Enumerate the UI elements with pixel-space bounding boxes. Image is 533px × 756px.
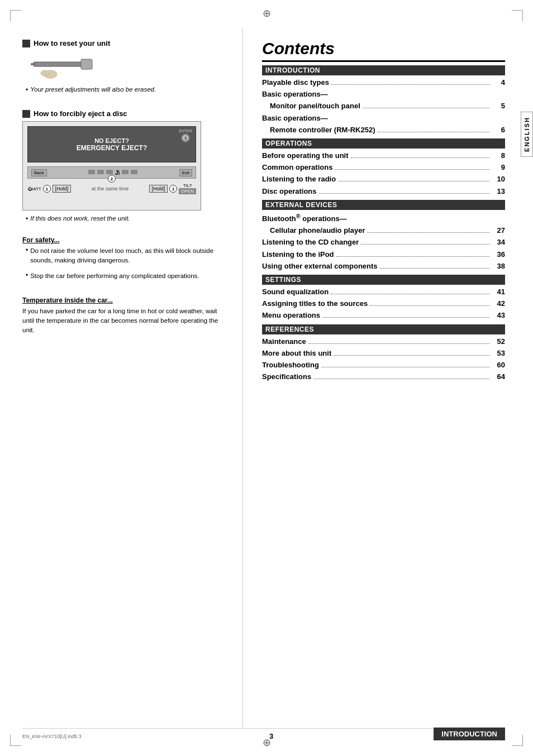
toc-entry: Maintenance52 bbox=[262, 337, 505, 347]
toc-page-number: 43 bbox=[492, 310, 505, 320]
toc-dots bbox=[367, 232, 489, 233]
toc-dots bbox=[308, 343, 489, 344]
eject-section: How to forcibly eject a disc NO EJECT? E… bbox=[22, 109, 229, 226]
toc-page-number: 64 bbox=[492, 372, 505, 382]
toc-entry: Sound equalization41 bbox=[262, 287, 505, 297]
toc-container: INTRODUCTIONPlayable disc types4Basic op… bbox=[262, 65, 505, 382]
toc-dots bbox=[321, 367, 489, 367]
toc-page-number: 52 bbox=[492, 337, 505, 347]
toc-entry: Assigning titles to the sources42 bbox=[262, 299, 505, 309]
toc-section-header-external_devices: EXTERNAL DEVICES bbox=[262, 200, 505, 210]
svg-point-9 bbox=[41, 70, 49, 76]
main-content: How to reset your unit bbox=[22, 28, 505, 728]
page-number: 3 bbox=[82, 732, 461, 740]
toc-dots bbox=[322, 317, 489, 318]
toc-entry-title: Basic operations— bbox=[262, 89, 328, 99]
safety-bullet-1: Do not raise the volume level too much, … bbox=[26, 246, 229, 268]
safety-section: For safety... Do not raise the volume le… bbox=[22, 236, 229, 286]
toc-entry: Troubleshooting60 bbox=[262, 360, 505, 370]
right-hold: [Hold] 1 TILT OPEN bbox=[149, 183, 196, 194]
toc-entry-title: Listening to the CD changer bbox=[262, 237, 359, 247]
reset-bullet-text: Your preset adjustments will also be era… bbox=[30, 86, 156, 94]
toc-entry-title: Maintenance bbox=[262, 337, 306, 347]
safety-bullet-2-text: Stop the car before performing any compl… bbox=[30, 271, 199, 281]
toc-entry: Bluetooth® operations— bbox=[262, 212, 505, 224]
circle-2: 2 bbox=[108, 175, 116, 183]
file-info: EN_KW-AVX710[U].indb 3 bbox=[22, 734, 82, 739]
toc-entry-title: Sound equalization bbox=[262, 287, 329, 297]
svg-rect-2 bbox=[31, 63, 35, 65]
toc-dots bbox=[319, 193, 489, 194]
toc-entry: Listening to the radio10 bbox=[262, 174, 505, 184]
toc-entry-title: Listening to the radio bbox=[262, 174, 336, 184]
circle-1b: 1 bbox=[169, 185, 177, 193]
enter-circle-3: 3 bbox=[182, 135, 189, 141]
toc-entry: Playable disc types4 bbox=[262, 78, 505, 88]
left-column: How to reset your unit bbox=[22, 28, 229, 728]
reset-tool-svg bbox=[28, 51, 101, 82]
toc-entry-title: Disc operations bbox=[262, 186, 317, 197]
toc-dots bbox=[334, 355, 489, 356]
toc-section-header-introduction: INTRODUCTION bbox=[262, 65, 505, 75]
temp-heading: Temperature inside the car... bbox=[22, 296, 229, 304]
power-att-label: ⏻/ATT bbox=[27, 186, 41, 192]
tilt-open-button: TILT OPEN bbox=[179, 183, 196, 194]
toc-section-header-settings: SETTINGS bbox=[262, 275, 505, 285]
toc-dots bbox=[336, 256, 489, 257]
toc-entry: Listening to the CD changer34 bbox=[262, 237, 505, 247]
toc-page-number: 27 bbox=[492, 226, 505, 236]
reset-icon bbox=[22, 40, 30, 47]
toc-entry: Cellular phone/audio player27 bbox=[262, 226, 505, 236]
device-screen: NO EJECT? EMERGENCY EJECT? ENTER 3 bbox=[27, 126, 196, 162]
toc-dots bbox=[378, 132, 489, 132]
corner-mark-bl bbox=[10, 735, 21, 746]
safety-bullet-2: Stop the car before performing any compl… bbox=[26, 271, 229, 283]
bottom-controls: ⏻/ATT 1 [Hold] at the same time [Hold] 1… bbox=[27, 183, 196, 194]
toc-entry: Monitor panel/touch panel5 bbox=[262, 101, 505, 111]
jvc-logo: J\ bbox=[115, 170, 120, 176]
corner-mark-tr bbox=[512, 10, 523, 21]
svg-rect-1 bbox=[81, 59, 92, 69]
eject-heading: How to forcibly eject a disc bbox=[22, 109, 229, 118]
reset-heading-text: How to reset your unit bbox=[34, 39, 110, 47]
toc-page-number: 6 bbox=[492, 125, 505, 135]
toc-page-number: 36 bbox=[492, 250, 505, 260]
toc-entry-title: Monitor panel/touch panel bbox=[270, 101, 360, 111]
toc-entry-title: Bluetooth® operations— bbox=[262, 212, 347, 224]
toc-dots bbox=[361, 244, 489, 245]
toc-entry-title: Playable disc types bbox=[262, 78, 329, 88]
toc-entry: Using other external components38 bbox=[262, 261, 505, 271]
safety-bullet-1-text: Do not raise the volume level too much, … bbox=[30, 246, 229, 266]
toc-entry-title: Common operations bbox=[262, 162, 332, 173]
tilt-label: TILT bbox=[183, 183, 192, 188]
toc-entry: Before operating the unit8 bbox=[262, 151, 505, 161]
bottom-bar: EN_KW-AVX710[U].indb 3 3 07.12.6 3:31:18… bbox=[22, 728, 505, 740]
toc-entry: Basic operations— bbox=[262, 89, 505, 99]
toc-dots bbox=[313, 379, 489, 379]
circle-1a: 1 bbox=[43, 185, 51, 193]
toc-page-number: 4 bbox=[492, 78, 505, 88]
toc-entry: Remote controller (RM-RK252)6 bbox=[262, 125, 505, 135]
toc-dots bbox=[380, 268, 489, 269]
toc-dots bbox=[331, 294, 489, 294]
toc-dots bbox=[338, 181, 489, 181]
reset-bullet: Your preset adjustments will also be era… bbox=[26, 86, 229, 94]
toc-entry: Listening to the iPod36 bbox=[262, 250, 505, 260]
left-hold: ⏻/ATT 1 [Hold] bbox=[27, 185, 71, 193]
contents-title: Contents bbox=[262, 39, 505, 62]
hold-box-left: [Hold] bbox=[53, 185, 72, 193]
toc-entry: Specifications64 bbox=[262, 372, 505, 382]
toc-dots bbox=[370, 305, 489, 306]
toc-entry-title: More about this unit bbox=[262, 348, 331, 358]
toc-section-header-references: REFERENCES bbox=[262, 324, 505, 334]
corner-mark-br bbox=[512, 735, 523, 746]
toc-entry-title: Using other external components bbox=[262, 261, 378, 271]
toc-section-header-operations: OPERATIONS bbox=[262, 138, 505, 149]
at-same-time-text: at the same time bbox=[92, 186, 129, 192]
toc-entry: Common operations9 bbox=[262, 162, 505, 173]
toc-dots bbox=[331, 84, 489, 85]
safety-heading: For safety... bbox=[22, 236, 229, 244]
open-box: OPEN bbox=[179, 188, 196, 194]
english-tab: ENGLISH bbox=[521, 112, 533, 157]
reset-image bbox=[28, 51, 101, 82]
